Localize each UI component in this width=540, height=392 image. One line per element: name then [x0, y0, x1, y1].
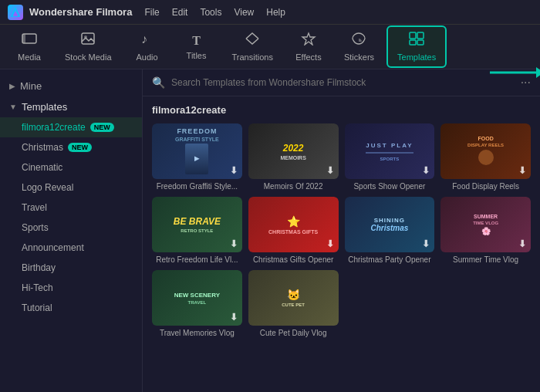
christmas-gifts-thumb: ⭐ CHRISTMAS GIFTS ⬇ — [248, 197, 339, 252]
search-bar: 🔍 ··· — [143, 69, 540, 96]
cute-pet-thumb: 🐱 CUTE PET — [248, 270, 339, 326]
sidebar-item-hi-tech[interactable]: Hi-Tech — [0, 278, 142, 298]
menu-bar: File Edit Tools View Help — [144, 7, 285, 18]
download-icon-6: ⬇ — [326, 238, 334, 249]
freedom-graffiti-name: Freedom Graffiti Style... — [152, 182, 242, 191]
titles-icon: T — [192, 34, 201, 48]
menu-tools[interactable]: Tools — [200, 7, 221, 18]
effects-button[interactable]: Effects — [285, 27, 332, 66]
mine-arrow: ▶ — [9, 82, 15, 90]
title-bar: Wondershare Filmora File Edit Tools View… — [0, 0, 540, 25]
christmas-party-thumb: SHINING Christmas ⬇ — [345, 197, 435, 252]
menu-file[interactable]: File — [144, 7, 159, 18]
template-food-reels[interactable]: FOOD DISPLAY REELS ⬇ Food Display Reels — [440, 123, 531, 191]
sidebar-item-sports[interactable]: Sports — [0, 218, 142, 238]
christmas-gifts-name: Christmas Gifts Opener — [248, 255, 339, 264]
memoirs-2022-thumb: 2022 MEMOIRS ⬇ — [248, 123, 339, 179]
effects-label: Effects — [295, 52, 321, 62]
svg-rect-8 — [410, 32, 416, 39]
stock-media-label: Stock Media — [65, 52, 112, 62]
travel-memories-name: Travel Memories Vlog — [152, 329, 242, 337]
filmora12create-badge: NEW — [90, 123, 114, 132]
download-icon-9: ⬇ — [230, 312, 238, 323]
template-sports-opener[interactable]: JUST PLAY SPORTS ⬇ Sports Show Opener — [345, 123, 435, 191]
media-icon — [22, 32, 37, 49]
sidebar-item-filmora12create[interactable]: filmora12create NEW — [0, 117, 142, 137]
content-panel: 🔍 ··· filmora12create FREEDOM GRAFFITI S… — [143, 69, 540, 392]
sidebar-item-mine[interactable]: ▶ Mine — [0, 76, 142, 96]
template-retro-freedom[interactable]: BE BRAVE RETRO STYLE ⬇ Retro Freedom Lif… — [152, 197, 242, 264]
freedom-graffiti-thumb: FREEDOM GRAFFITI STYLE ▶ ⬇ — [152, 123, 242, 179]
sports-opener-name: Sports Show Opener — [345, 182, 435, 191]
svg-rect-9 — [417, 32, 424, 39]
media-button[interactable]: Media — [6, 27, 52, 66]
toolbar: Media Stock Media ♪ Audio — [0, 25, 540, 69]
stickers-button[interactable]: Stickers — [335, 27, 383, 66]
sidebar: ▶ Mine ▼ Templates filmora12create NEW C… — [0, 69, 143, 392]
sidebar-item-tutorial[interactable]: Tutorial — [0, 298, 142, 318]
sidebar-item-birthday[interactable]: Birthday — [0, 258, 142, 278]
sidebar-group-templates[interactable]: ▼ Templates — [0, 96, 142, 117]
download-icon-2: ⬇ — [326, 165, 334, 176]
section-title: filmora12create — [152, 104, 531, 116]
template-memoirs-2022[interactable]: 2022 MEMOIRS ⬇ Memoirs Of 2022 — [248, 123, 339, 191]
main-content: ▶ Mine ▼ Templates filmora12create NEW C… — [0, 69, 540, 392]
sidebar-item-logo-reveal[interactable]: Logo Reveal — [0, 177, 142, 198]
food-reels-name: Food Display Reels — [440, 182, 531, 191]
announcement-label: Announcement — [22, 242, 84, 253]
summer-vlog-name: Summer Time Vlog — [440, 255, 531, 264]
media-label: Media — [18, 52, 41, 62]
cute-pet-name: Cute Pet Daily Vlog — [248, 329, 339, 337]
search-icon: 🔍 — [152, 76, 165, 89]
effects-icon — [301, 32, 316, 49]
sports-opener-thumb: JUST PLAY SPORTS ⬇ — [345, 123, 435, 179]
svg-rect-4 — [82, 33, 94, 44]
content-body: filmora12create FREEDOM GRAFFITI STYLE ▶… — [143, 96, 540, 345]
templates-button[interactable]: Templates — [386, 25, 447, 68]
sidebar-item-travel[interactable]: Travel — [0, 198, 142, 218]
cinematic-label: Cinematic — [22, 162, 62, 173]
sports-label: Sports — [22, 222, 49, 233]
stickers-icon — [351, 32, 366, 49]
sidebar-item-christmas[interactable]: Christmas NEW — [0, 137, 142, 157]
download-icon-1: ⬇ — [230, 165, 238, 176]
summer-vlog-thumb: SUMMER TIME VLOG 🌸 ⬇ — [440, 197, 531, 252]
template-cute-pet[interactable]: 🐱 CUTE PET Cute Pet Daily Vlog — [248, 270, 339, 337]
download-icon-8: ⬇ — [518, 238, 526, 249]
mine-label: Mine — [20, 80, 42, 92]
menu-edit[interactable]: Edit — [172, 7, 188, 18]
template-christmas-gifts[interactable]: ⭐ CHRISTMAS GIFTS ⬇ Christmas Gifts Open… — [248, 197, 339, 264]
template-freedom-graffiti[interactable]: FREEDOM GRAFFITI STYLE ▶ ⬇ Freedom Graff… — [152, 123, 242, 191]
menu-view[interactable]: View — [234, 7, 254, 18]
app-window: Wondershare Filmora File Edit Tools View… — [0, 0, 540, 392]
menu-help[interactable]: Help — [266, 7, 285, 18]
audio-button[interactable]: ♪ Audio — [124, 27, 170, 66]
travel-memories-thumb: NEW SCENERY TRAVEL ⬇ — [152, 270, 242, 326]
download-icon-5: ⬇ — [230, 238, 238, 249]
app-name: Wondershare Filmora — [29, 6, 132, 18]
sidebar-item-announcement[interactable]: Announcement — [0, 238, 142, 258]
transitions-icon — [245, 32, 260, 49]
templates-grid: FREEDOM GRAFFITI STYLE ▶ ⬇ Freedom Graff… — [152, 123, 531, 337]
template-christmas-party[interactable]: SHINING Christmas ⬇ Christmas Party Open… — [345, 197, 435, 264]
logo-reveal-label: Logo Reveal — [22, 182, 73, 193]
transitions-button[interactable]: Transitions — [223, 27, 282, 66]
food-reels-thumb: FOOD DISPLAY REELS ⬇ — [440, 123, 531, 179]
memoirs-2022-name: Memoirs Of 2022 — [248, 182, 339, 191]
filmora12create-label: filmora12create — [22, 122, 86, 133]
stock-media-button[interactable]: Stock Media — [56, 27, 121, 66]
stickers-label: Stickers — [344, 52, 374, 62]
audio-icon: ♪ — [140, 32, 155, 49]
download-icon-4: ⬇ — [518, 165, 526, 176]
template-travel-memories[interactable]: NEW SCENERY TRAVEL ⬇ Travel Memories Vlo… — [152, 270, 242, 337]
template-summer-vlog[interactable]: SUMMER TIME VLOG 🌸 ⬇ Summer Time Vlog — [440, 197, 531, 264]
svg-rect-10 — [410, 40, 416, 45]
titles-button[interactable]: T Titles — [174, 29, 220, 65]
tutorial-label: Tutorial — [22, 302, 52, 313]
sidebar-item-cinematic[interactable]: Cinematic — [0, 157, 142, 177]
birthday-label: Birthday — [22, 262, 56, 273]
audio-label: Audio — [136, 52, 157, 62]
retro-freedom-name: Retro Freedom Life Vl... — [152, 255, 242, 264]
christmas-label: Christmas — [22, 142, 63, 153]
search-input[interactable] — [171, 77, 515, 88]
